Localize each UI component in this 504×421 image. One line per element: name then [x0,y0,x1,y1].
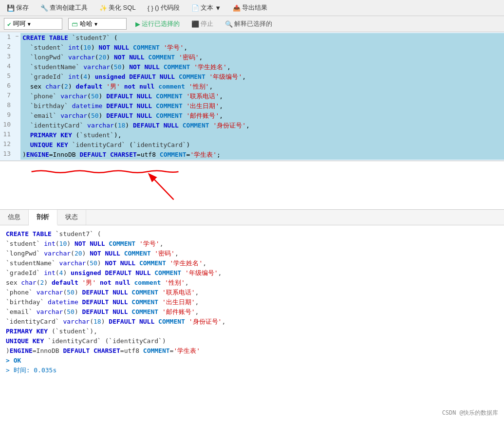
export-icon: 📤 [233,4,241,12]
bottom-line: sex char(2) default '男' not null comment… [6,278,498,288]
explain-button[interactable]: 🔍 解释已选择的 [222,18,275,30]
collapse-icon [14,92,20,101]
bottom-line: `email` varchar(50) DEFAULT NULL COMMENT… [6,307,498,317]
stop-icon: ⬛ [191,20,199,28]
collapse-icon [14,72,20,82]
code-line: UNIQUE KEY `identityCard` (`identityCard… [20,140,504,150]
line-number: 6 [0,82,14,92]
collapse-icon [14,53,20,62]
code-segment-button[interactable]: { } () 代码段 [145,2,183,14]
code-line: `birthday` datetime DEFAULT NULL COMMENT… [20,101,504,111]
collapse-icon[interactable]: − [14,33,20,43]
code-line: )ENGINE=InnoDB DEFAULT CHARSET=utf8 COMM… [20,150,504,160]
line-number: 3 [0,53,14,62]
db1-icon: ✔ [7,20,11,28]
run-button[interactable]: ▶ 运行已选择的 [132,18,183,30]
collapse-icon [14,101,20,111]
bottom-line: `phone` varchar(50) DEFAULT NULL COMMENT… [6,288,498,297]
arrow-annotation [0,161,504,209]
collapse-icon [14,111,20,121]
export-button[interactable]: 📤 导出结果 [230,2,270,14]
bottom-content-area: CREATE TABLE `student7` ( `student` int(… [0,225,504,379]
code-segment-icon: { } [148,4,153,12]
toolbar-2: ✔ 呵呵 ▼ 🗃 哈哈 ▼ ▶ 运行已选择的 ⬛ 停止 🔍 解释已选择的 [0,16,504,32]
code-line: sex char(2) default '男' not null comment… [20,82,504,92]
text-icon: 📄 [191,4,199,12]
collapse-icon [14,43,20,53]
collapse-icon [14,150,20,160]
beautify-icon: ✨ [99,4,107,12]
tab-profiling[interactable]: 剖析 [29,210,57,225]
line-number: 2 [0,43,14,53]
code-line: `gradeId` int(4) unsigned DEFAULT NULL C… [20,72,504,82]
line-number: 13 [0,150,14,160]
line-number: 8 [0,101,14,111]
watermark: CSDN @快乐的数据库 [442,409,498,417]
stop-button[interactable]: ⬛ 停止 [188,18,216,30]
line-number: 10 [0,121,14,130]
code-line: `student` int(10) NOT NULL COMMENT '学号', [20,43,504,53]
lower-section: 信息 剖析 状态 CREATE TABLE `student7` ( `stud… [0,210,504,421]
annotation-area [0,161,504,210]
code-line: `identityCard` varchar(18) DEFAULT NULL … [20,121,504,130]
dropdown-arrow: ▼ [215,4,221,12]
line-number: 7 [0,92,14,101]
db2-arrow-icon: ▼ [94,21,97,27]
line-number: 5 [0,72,14,82]
text-button[interactable]: 📄 文本 ▼ [188,2,224,14]
code-line: `phone` varchar(50) DEFAULT NULL COMMENT… [20,92,504,101]
toolbar-1: 💾 保存 🔧 查询创建工具 ✨ 美化 SQL { } () 代码段 📄 文本 ▼… [0,0,504,16]
bottom-line: UNIQUE KEY `identityCard` (`identityCard… [6,336,498,346]
code-table: 1−CREATE TABLE `student7` (2 `student` i… [0,33,504,160]
bottom-line: `birthday` datetime DEFAULT NULL COMMENT… [6,297,498,307]
tab-info[interactable]: 信息 [0,210,29,225]
save-button[interactable]: 💾 保存 [4,2,32,14]
db1-arrow-icon: ▼ [28,21,31,27]
query-tool-button[interactable]: 🔧 查询创建工具 [37,2,91,14]
bottom-line: `longPwd` varchar(20) NOT NULL COMMENT '… [6,249,498,258]
editor-area[interactable]: 1−CREATE TABLE `student7` (2 `student` i… [0,32,504,210]
code-line: CREATE TABLE `student7` ( [20,33,504,43]
code-line: `email` varchar(50) DEFAULT NULL COMMENT… [20,111,504,121]
query-tool-icon: 🔧 [40,4,48,12]
line-number: 1 [0,33,14,43]
bottom-line: PRIMARY KEY (`student`), [6,327,498,336]
app-container: 💾 保存 🔧 查询创建工具 ✨ 美化 SQL { } () 代码段 📄 文本 ▼… [0,0,504,421]
collapse-icon [14,140,20,150]
explain-icon: 🔍 [225,20,233,28]
db1-dropdown[interactable]: ✔ 呵呵 ▼ [4,18,62,30]
bottom-line: `student` int(10) NOT NULL COMMENT '学号', [6,239,498,249]
bottom-line: `studentName` varchar(50) NOT NULL COMME… [6,258,498,268]
bottom-line: `identityCard` varchar(18) DEFAULT NULL … [6,317,498,327]
code-line: `longPwd` varchar(20) NOT NULL COMMENT '… [20,53,504,62]
save-icon: 💾 [7,4,15,12]
bottom-line: CREATE TABLE `student7` ( [6,229,498,239]
ok-line: > OK [6,356,498,366]
line-number: 9 [0,111,14,121]
code-line: `studentName` varchar(50) NOT NULL COMME… [20,62,504,72]
beautify-button[interactable]: ✨ 美化 SQL [96,2,139,14]
collapse-icon [14,121,20,130]
db2-dropdown[interactable]: 🗃 哈哈 ▼ [68,18,127,30]
code-line: PRIMARY KEY (`student`), [20,130,504,140]
time-line: > 时间: 0.035s [6,366,498,375]
bottom-line: `gradeId` int(4) unsigned DEFAULT NULL C… [6,268,498,278]
bottom-tabs: 信息 剖析 状态 [0,210,504,225]
collapse-icon [14,130,20,140]
db2-icon: 🗃 [72,20,78,28]
collapse-icon [14,82,20,92]
line-number: 12 [0,140,14,150]
line-number: 4 [0,62,14,72]
line-number: 11 [0,130,14,140]
tab-status[interactable]: 状态 [57,210,86,225]
run-icon: ▶ [135,20,140,28]
collapse-icon [14,62,20,72]
bottom-line: )ENGINE=InnoDB DEFAULT CHARSET=utf8 COMM… [6,346,498,356]
svg-line-0 [149,175,174,200]
